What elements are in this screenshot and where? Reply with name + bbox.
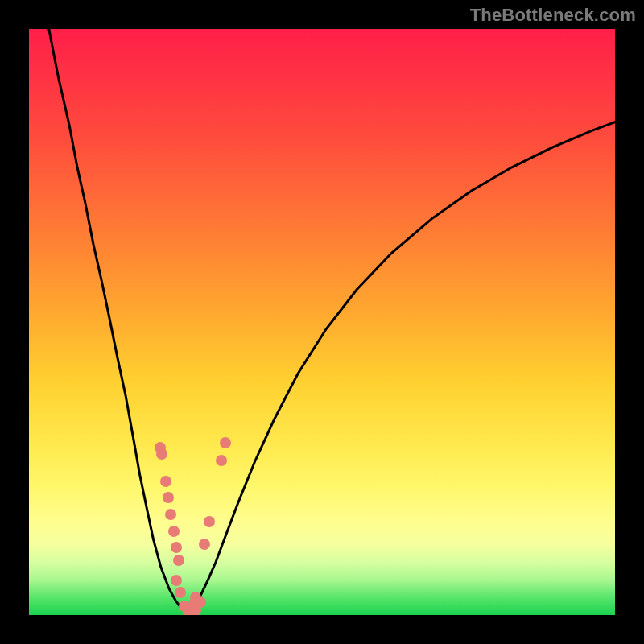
curve-right-path (188, 122, 615, 613)
scatter-point (171, 542, 182, 553)
scatter-point (165, 509, 176, 520)
scatter-point (156, 448, 167, 460)
curve-left-path (49, 29, 188, 613)
scatter-point (168, 526, 180, 537)
scatter-point (199, 539, 210, 550)
bottleneck-curve (29, 29, 615, 615)
scatter-point (173, 555, 184, 566)
scatter-point (216, 455, 227, 466)
chart-plot-area (29, 29, 615, 615)
scatter-point (195, 597, 206, 608)
watermark-text: TheBottleneck.com (470, 5, 636, 26)
scatter-point (163, 492, 174, 503)
scatter-point (220, 437, 231, 448)
